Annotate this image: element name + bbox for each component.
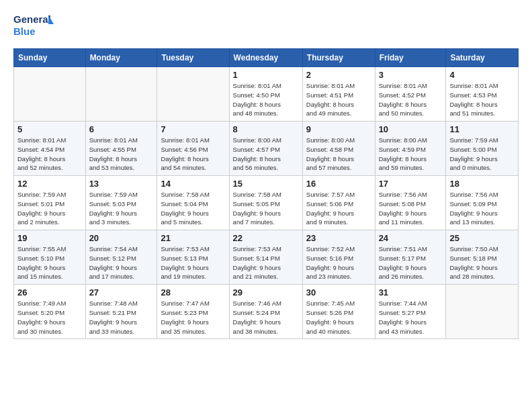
day-number: 21 bbox=[161, 233, 225, 243]
day-info: Sunrise: 7:51 AMSunset: 5:17 PMDaylight:… bbox=[379, 244, 443, 281]
day-number: 14 bbox=[161, 179, 225, 189]
day-number: 10 bbox=[379, 124, 443, 134]
calendar: SundayMondayTuesdayWednesdayThursdayFrid… bbox=[13, 48, 519, 339]
calendar-cell: 1Sunrise: 8:01 AMSunset: 4:50 PMDaylight… bbox=[229, 67, 302, 122]
day-info: Sunrise: 7:55 AMSunset: 5:10 PMDaylight:… bbox=[17, 244, 82, 281]
day-info: Sunrise: 8:01 AMSunset: 4:50 PMDaylight:… bbox=[233, 81, 299, 118]
calendar-cell: 8Sunrise: 8:00 AMSunset: 4:57 PMDaylight… bbox=[229, 122, 302, 176]
calendar-cell: 20Sunrise: 7:54 AMSunset: 5:12 PMDayligh… bbox=[85, 230, 157, 285]
day-info: Sunrise: 7:50 AMSunset: 5:18 PMDaylight:… bbox=[449, 244, 515, 281]
day-info: Sunrise: 7:52 AMSunset: 5:16 PMDaylight:… bbox=[306, 244, 371, 281]
day-number: 9 bbox=[306, 124, 371, 134]
calendar-cell: 11Sunrise: 7:59 AMSunset: 5:00 PMDayligh… bbox=[446, 122, 519, 176]
day-info: Sunrise: 8:01 AMSunset: 4:55 PMDaylight:… bbox=[89, 136, 154, 173]
day-info: Sunrise: 8:01 AMSunset: 4:54 PMDaylight:… bbox=[17, 136, 82, 173]
day-number: 16 bbox=[306, 179, 371, 189]
calendar-cell: 25Sunrise: 7:50 AMSunset: 5:18 PMDayligh… bbox=[446, 230, 519, 285]
calendar-cell: 12Sunrise: 7:59 AMSunset: 5:01 PMDayligh… bbox=[14, 176, 86, 230]
calendar-cell: 6Sunrise: 8:01 AMSunset: 4:55 PMDaylight… bbox=[85, 122, 157, 176]
day-number: 2 bbox=[306, 70, 371, 80]
day-number: 13 bbox=[89, 179, 154, 189]
calendar-cell: 23Sunrise: 7:52 AMSunset: 5:16 PMDayligh… bbox=[302, 230, 375, 285]
calendar-cell: 10Sunrise: 8:00 AMSunset: 4:59 PMDayligh… bbox=[375, 122, 446, 176]
day-info: Sunrise: 7:44 AMSunset: 5:27 PMDaylight:… bbox=[379, 299, 443, 336]
weekday-header-row: SundayMondayTuesdayWednesdayThursdayFrid… bbox=[14, 49, 519, 67]
calendar-cell: 7Sunrise: 8:01 AMSunset: 4:56 PMDaylight… bbox=[157, 122, 229, 176]
day-info: Sunrise: 7:59 AMSunset: 5:01 PMDaylight:… bbox=[17, 190, 82, 227]
day-number: 30 bbox=[306, 287, 371, 298]
day-number: 29 bbox=[233, 287, 299, 298]
day-info: Sunrise: 7:59 AMSunset: 5:03 PMDaylight:… bbox=[89, 190, 154, 227]
calendar-cell: 14Sunrise: 7:58 AMSunset: 5:04 PMDayligh… bbox=[157, 176, 229, 230]
calendar-cell: 5Sunrise: 8:01 AMSunset: 4:54 PMDaylight… bbox=[14, 122, 86, 176]
weekday-header-wednesday: Wednesday bbox=[229, 49, 302, 67]
day-info: Sunrise: 7:47 AMSunset: 5:23 PMDaylight:… bbox=[161, 299, 225, 336]
calendar-cell: 28Sunrise: 7:47 AMSunset: 5:23 PMDayligh… bbox=[157, 285, 229, 339]
calendar-cell: 30Sunrise: 7:45 AMSunset: 5:26 PMDayligh… bbox=[302, 285, 375, 339]
calendar-cell: 16Sunrise: 7:57 AMSunset: 5:06 PMDayligh… bbox=[302, 176, 375, 230]
calendar-week-row: 26Sunrise: 7:49 AMSunset: 5:20 PMDayligh… bbox=[14, 285, 519, 339]
day-number: 31 bbox=[379, 287, 443, 298]
day-number: 7 bbox=[161, 124, 225, 134]
day-number: 4 bbox=[449, 70, 515, 80]
day-number: 25 bbox=[449, 233, 515, 243]
header: General Blue bbox=[13, 11, 519, 40]
day-number: 6 bbox=[89, 124, 154, 134]
calendar-cell: 29Sunrise: 7:46 AMSunset: 5:24 PMDayligh… bbox=[229, 285, 302, 339]
calendar-cell bbox=[157, 67, 229, 122]
logo-svg: General Blue bbox=[13, 11, 54, 40]
day-info: Sunrise: 8:01 AMSunset: 4:51 PMDaylight:… bbox=[306, 81, 371, 118]
day-info: Sunrise: 7:45 AMSunset: 5:26 PMDaylight:… bbox=[306, 299, 371, 336]
calendar-cell: 31Sunrise: 7:44 AMSunset: 5:27 PMDayligh… bbox=[375, 285, 446, 339]
calendar-cell: 27Sunrise: 7:48 AMSunset: 5:21 PMDayligh… bbox=[85, 285, 157, 339]
calendar-cell: 15Sunrise: 7:58 AMSunset: 5:05 PMDayligh… bbox=[229, 176, 302, 230]
calendar-cell bbox=[446, 285, 519, 339]
day-info: Sunrise: 7:48 AMSunset: 5:21 PMDaylight:… bbox=[89, 299, 154, 336]
calendar-cell: 9Sunrise: 8:00 AMSunset: 4:58 PMDaylight… bbox=[302, 122, 375, 176]
day-number: 15 bbox=[233, 179, 299, 189]
svg-text:Blue: Blue bbox=[13, 26, 36, 37]
calendar-cell bbox=[85, 67, 157, 122]
day-info: Sunrise: 7:53 AMSunset: 5:13 PMDaylight:… bbox=[161, 244, 225, 281]
calendar-cell: 3Sunrise: 8:01 AMSunset: 4:52 PMDaylight… bbox=[375, 67, 446, 122]
day-number: 26 bbox=[17, 287, 82, 298]
day-info: Sunrise: 7:49 AMSunset: 5:20 PMDaylight:… bbox=[17, 299, 82, 336]
day-info: Sunrise: 7:58 AMSunset: 5:05 PMDaylight:… bbox=[233, 190, 299, 227]
day-info: Sunrise: 7:57 AMSunset: 5:06 PMDaylight:… bbox=[306, 190, 371, 227]
day-info: Sunrise: 8:00 AMSunset: 4:58 PMDaylight:… bbox=[306, 136, 371, 173]
day-info: Sunrise: 8:00 AMSunset: 4:57 PMDaylight:… bbox=[233, 136, 299, 173]
day-info: Sunrise: 8:01 AMSunset: 4:52 PMDaylight:… bbox=[379, 81, 443, 118]
day-number: 27 bbox=[89, 287, 154, 298]
day-number: 8 bbox=[233, 124, 299, 134]
weekday-header-thursday: Thursday bbox=[302, 49, 375, 67]
calendar-cell: 19Sunrise: 7:55 AMSunset: 5:10 PMDayligh… bbox=[14, 230, 86, 285]
day-number: 19 bbox=[17, 233, 82, 243]
day-number: 24 bbox=[379, 233, 443, 243]
weekday-header-sunday: Sunday bbox=[14, 49, 86, 67]
calendar-week-row: 1Sunrise: 8:01 AMSunset: 4:50 PMDaylight… bbox=[14, 67, 519, 122]
calendar-week-row: 12Sunrise: 7:59 AMSunset: 5:01 PMDayligh… bbox=[14, 176, 519, 230]
calendar-cell: 22Sunrise: 7:53 AMSunset: 5:14 PMDayligh… bbox=[229, 230, 302, 285]
day-number: 28 bbox=[161, 287, 225, 298]
calendar-week-row: 19Sunrise: 7:55 AMSunset: 5:10 PMDayligh… bbox=[14, 230, 519, 285]
day-info: Sunrise: 7:53 AMSunset: 5:14 PMDaylight:… bbox=[233, 244, 299, 281]
calendar-cell: 21Sunrise: 7:53 AMSunset: 5:13 PMDayligh… bbox=[157, 230, 229, 285]
day-number: 1 bbox=[233, 70, 299, 80]
weekday-header-tuesday: Tuesday bbox=[157, 49, 229, 67]
calendar-cell: 24Sunrise: 7:51 AMSunset: 5:17 PMDayligh… bbox=[375, 230, 446, 285]
calendar-cell: 2Sunrise: 8:01 AMSunset: 4:51 PMDaylight… bbox=[302, 67, 375, 122]
day-info: Sunrise: 7:58 AMSunset: 5:04 PMDaylight:… bbox=[161, 190, 225, 227]
day-info: Sunrise: 7:59 AMSunset: 5:00 PMDaylight:… bbox=[449, 136, 515, 173]
weekday-header-friday: Friday bbox=[375, 49, 446, 67]
calendar-cell: 18Sunrise: 7:56 AMSunset: 5:09 PMDayligh… bbox=[446, 176, 519, 230]
day-number: 11 bbox=[449, 124, 515, 134]
calendar-cell: 4Sunrise: 8:01 AMSunset: 4:53 PMDaylight… bbox=[446, 67, 519, 122]
page: General Blue SundayMondayTuesdayWednesda… bbox=[0, 0, 532, 411]
day-info: Sunrise: 8:01 AMSunset: 4:56 PMDaylight:… bbox=[161, 136, 225, 173]
svg-marker-2 bbox=[48, 15, 54, 24]
weekday-header-saturday: Saturday bbox=[446, 49, 519, 67]
day-number: 12 bbox=[17, 179, 82, 189]
day-number: 3 bbox=[379, 70, 443, 80]
day-number: 22 bbox=[233, 233, 299, 243]
calendar-cell: 26Sunrise: 7:49 AMSunset: 5:20 PMDayligh… bbox=[14, 285, 86, 339]
